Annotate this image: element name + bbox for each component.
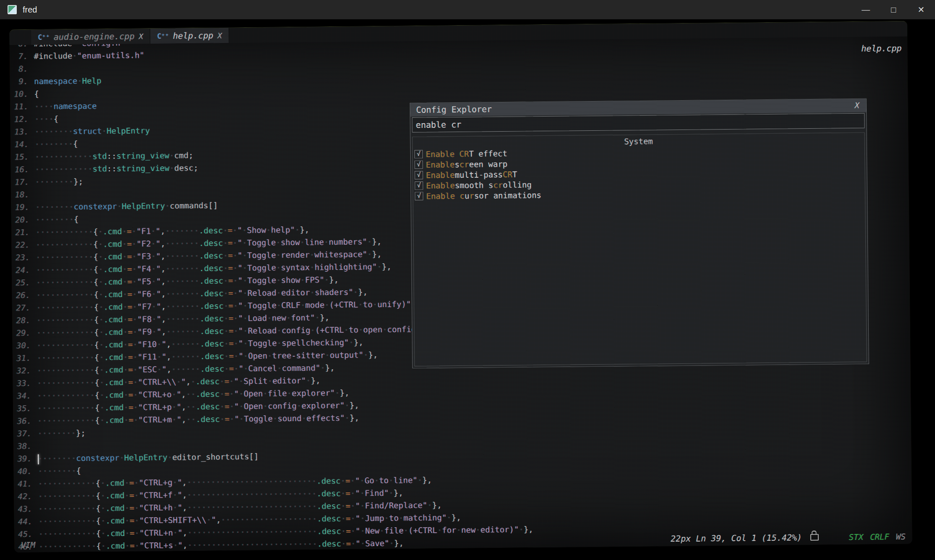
line-number: 21. (11, 226, 30, 239)
line-number: 16. (10, 163, 29, 176)
window-title: fred (23, 5, 37, 15)
config-item-label: Enable CR (426, 149, 469, 158)
line-number: 14. (10, 138, 29, 150)
dialog-title: Config Explorer (416, 104, 492, 115)
line-number: 28. (12, 314, 31, 327)
config-explorer-dialog: Config Explorer X enable cr System √Enab… (410, 99, 869, 368)
config-item-label: CR (503, 169, 512, 179)
config-item-label: s (455, 160, 460, 169)
config-item-label: u (464, 191, 469, 200)
config-item-label: Enable c (426, 191, 465, 200)
tab-label: audio-engine.cpp (54, 31, 135, 42)
line-number: 7. (10, 50, 28, 62)
line-number: 31. (12, 352, 31, 364)
status-flag-ws[interactable]: WS (896, 532, 906, 541)
config-item-label: sor animations (474, 190, 541, 200)
app-icon (8, 5, 17, 14)
lock-icon (810, 534, 819, 541)
line-number: 39. (13, 452, 32, 465)
cursor-position: 22px Ln 39, Col 1 (15.42%) (671, 532, 802, 544)
config-item-label: Enable (426, 160, 455, 169)
line-number: 15. (10, 150, 29, 163)
line-number: 37. (13, 427, 31, 440)
config-item-label: cr (493, 180, 503, 189)
checkbox-icon[interactable]: √ (414, 171, 423, 179)
line-number: 34. (13, 389, 31, 402)
config-list: System √Enable CRT effect√Enable screen … (412, 132, 867, 366)
checkbox-icon[interactable]: √ (414, 150, 423, 158)
config-item-label: Enable (426, 170, 455, 180)
line-number: 30. (12, 339, 31, 352)
minimize-button[interactable]: — (852, 0, 880, 19)
config-item-label: T effect (469, 148, 508, 158)
line-number: 32. (13, 364, 31, 377)
line-number: 27. (12, 301, 30, 314)
config-item-label: Enable (426, 181, 455, 190)
line-number: 25. (12, 276, 30, 289)
line-number: 29. (12, 327, 31, 339)
config-item-label: T (512, 169, 517, 179)
checkbox-icon[interactable]: √ (414, 160, 423, 169)
status-flag-crlf[interactable]: CRLF (870, 532, 889, 541)
line-number: 26. (12, 289, 30, 301)
line-number: 18. (11, 188, 29, 201)
maximize-button[interactable]: □ (880, 0, 907, 19)
config-item-label: multi-pass (455, 170, 503, 179)
line-number: 40. (13, 465, 32, 477)
tab-close-icon[interactable]: X (217, 31, 222, 40)
checkbox-icon[interactable]: √ (415, 192, 423, 200)
cpp-file-icon: C⁺⁺ (157, 32, 169, 40)
line-number: 10. (10, 88, 28, 100)
line-number: 44. (14, 515, 32, 528)
config-search-input[interactable]: enable cr (412, 113, 865, 132)
tab-audio-engine[interactable]: C⁺⁺ audio-engine.cpp X (31, 29, 151, 45)
line-number: 11. (10, 100, 29, 113)
config-item-label: een warp (469, 159, 508, 169)
config-items: √Enable CRT effect√Enable screen warp√En… (414, 145, 863, 201)
line-number: 13. (10, 125, 29, 138)
line-number: 41. (13, 477, 32, 490)
line-number: 42. (14, 490, 32, 503)
close-button[interactable]: ✕ (907, 0, 935, 19)
config-item-label: cr (459, 159, 469, 169)
line-number: 19. (11, 201, 29, 213)
line-number: 24. (11, 264, 30, 276)
editor-screen: C⁺⁺ audio-engine.cpp X C⁺⁺ help.cpp X he… (9, 21, 912, 552)
config-item-label: r (469, 191, 474, 200)
checkbox-icon[interactable]: √ (415, 181, 423, 189)
line-number: 22. (11, 239, 30, 251)
line-number: 23. (11, 251, 30, 264)
config-item-label: olling (503, 180, 532, 189)
tab-help[interactable]: C⁺⁺ help.cpp X (150, 28, 229, 44)
config-item-label: smooth s (455, 180, 493, 190)
line-number: 36. (13, 415, 31, 427)
tab-close-icon[interactable]: X (139, 32, 143, 41)
vim-mode-indicator: VIM (21, 540, 36, 550)
cpp-file-icon: C⁺⁺ (38, 33, 49, 41)
line-number: 35. (13, 402, 31, 415)
line-number: 20. (11, 213, 29, 226)
line-number: 17. (10, 176, 29, 188)
dialog-close-icon[interactable]: X (854, 101, 859, 110)
tab-label: help.cpp (173, 31, 214, 41)
line-number: 9. (10, 75, 28, 88)
line-number: 43. (14, 503, 32, 515)
status-flag-stx[interactable]: STX (849, 532, 864, 542)
filename-badge: help.cpp (861, 43, 902, 54)
line-number: 8. (10, 62, 28, 75)
line-number: 38. (13, 440, 31, 452)
window-titlebar: fred — □ ✕ (0, 0, 935, 19)
line-number: 12. (10, 113, 29, 125)
line-number: 33. (13, 377, 31, 389)
